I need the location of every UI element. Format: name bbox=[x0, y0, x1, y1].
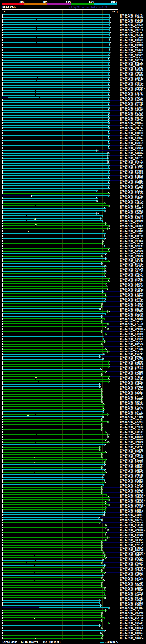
hit-bar[interactable] bbox=[2, 520, 101, 520]
hit-bar[interactable] bbox=[2, 351, 108, 352]
hit-label[interactable]: UniRef100_Q0PNH2 bbox=[120, 373, 144, 376]
hit-label[interactable]: UniRef100_Q6DD68 bbox=[120, 363, 144, 366]
hit-bar[interactable] bbox=[2, 178, 108, 179]
hit-bar[interactable] bbox=[2, 497, 108, 498]
hit-label[interactable]: UniRef100_A7YVD5 bbox=[120, 335, 144, 338]
hit-bar[interactable] bbox=[2, 622, 108, 624]
hit-label[interactable]: UniRef100_A5Y8F9 bbox=[120, 521, 144, 524]
hit-label[interactable]: UniRef100_UPI000.. bbox=[120, 86, 146, 89]
hit-bar[interactable] bbox=[2, 100, 108, 101]
hit-label[interactable]: UniRef100_Q8IS62 bbox=[120, 418, 144, 421]
hit-label[interactable]: UniRef100_Q41074 bbox=[120, 152, 144, 154]
hit-bar[interactable] bbox=[2, 374, 101, 375]
hit-label[interactable]: UniRef100_B9I1Y2 bbox=[120, 62, 144, 64]
hit-label[interactable]: UniRef100_A8KCI1 bbox=[120, 401, 144, 403]
hit-label[interactable]: UniRef100_A4ZX75 bbox=[120, 338, 144, 340]
hit-bar[interactable] bbox=[2, 298, 105, 299]
hit-bar[interactable] bbox=[2, 142, 108, 144]
hit-label[interactable]: UniRef100_B8YEL0 bbox=[120, 546, 144, 549]
hit-bar[interactable] bbox=[2, 371, 105, 372]
hit-label[interactable]: UniRef100_B8AYI2 bbox=[120, 187, 144, 190]
hit-bar[interactable] bbox=[2, 107, 108, 108]
hit-label[interactable]: UniRef100_Q9M4E8 bbox=[120, 41, 144, 44]
hit-label[interactable]: UniRef100_P27322 bbox=[120, 461, 144, 464]
hit-bar[interactable] bbox=[2, 286, 106, 287]
hit-bar[interactable] bbox=[2, 404, 103, 405]
hit-bar[interactable] bbox=[2, 422, 108, 422]
hit-label[interactable]: UniRef100_Q5G7K5 bbox=[120, 162, 144, 164]
hit-label[interactable]: UniRef100_C7TNV1 bbox=[120, 325, 144, 328]
hit-label[interactable]: UniRef100_C5YZA1 bbox=[120, 353, 144, 356]
hit-label[interactable]: UniRef100_B3GPH1 bbox=[120, 604, 144, 607]
hit-bar[interactable] bbox=[2, 454, 101, 455]
hit-bar[interactable] bbox=[2, 30, 109, 30]
hit-bar[interactable] bbox=[2, 243, 102, 244]
hit-bar[interactable] bbox=[2, 80, 108, 81]
hit-bar[interactable] bbox=[2, 271, 105, 272]
hit-label[interactable]: UniRef100_C4J410 bbox=[120, 258, 144, 260]
hit-label[interactable]: UniRef100_O65719 bbox=[120, 564, 144, 566]
hit-label[interactable]: UniRef100_Q39830 bbox=[120, 16, 144, 19]
hit-bar[interactable] bbox=[2, 625, 100, 626]
hit-label[interactable]: UniRef100_Q03686 bbox=[120, 69, 144, 72]
hit-label[interactable]: UniRef100_UPI000.. bbox=[120, 566, 146, 569]
hit-label[interactable]: UniRef100_P27541 bbox=[120, 346, 144, 348]
hit-label[interactable]: UniRef100_A6RA17 bbox=[120, 622, 144, 624]
hit-label[interactable]: UniRef100_UPI000.. bbox=[120, 494, 146, 496]
hit-label[interactable]: UniRef100_Q0MUU7 bbox=[120, 207, 144, 210]
hit-bar[interactable] bbox=[2, 530, 108, 530]
hit-bar[interactable] bbox=[2, 183, 108, 184]
hit-bar[interactable] bbox=[2, 565, 105, 566]
hit-bar[interactable] bbox=[2, 120, 108, 121]
hit-bar[interactable] bbox=[2, 283, 105, 284]
hit-label[interactable]: UniRef100_UPI000.. bbox=[120, 441, 146, 444]
hit-label[interactable]: UniRef100_Q03685 bbox=[120, 54, 144, 56]
hit-bar[interactable] bbox=[2, 112, 108, 113]
hit-bar[interactable] bbox=[2, 429, 101, 430]
hit-label[interactable]: UniRef100_Q3TWF2 bbox=[120, 509, 144, 511]
hit-label[interactable]: UniRef100_Q9DC41 bbox=[120, 556, 144, 559]
hit-bar[interactable] bbox=[2, 479, 104, 480]
hit-bar[interactable] bbox=[2, 426, 101, 428]
hit-bar[interactable] bbox=[2, 173, 108, 174]
hit-label[interactable]: UniRef100_Q3SE31 bbox=[120, 197, 144, 200]
hit-label[interactable]: UniRef100_Q9FSY7 bbox=[120, 31, 144, 34]
hit-bar[interactable] bbox=[2, 32, 109, 33]
hit-label[interactable]: UniRef100_Q3U9G2 bbox=[120, 506, 144, 509]
hit-label[interactable]: UniRef100_B2ZR74 bbox=[120, 587, 144, 589]
hit-bar[interactable] bbox=[2, 324, 108, 324]
hit-label[interactable]: UniRef100_Q9NJB7 bbox=[120, 486, 144, 489]
hit-label[interactable]: UniRef100_Q0Q5B2 bbox=[120, 340, 144, 343]
hit-bar[interactable] bbox=[2, 130, 108, 131]
hit-bar[interactable] bbox=[2, 125, 108, 126]
hit-bar[interactable] bbox=[2, 168, 108, 168]
hit-label[interactable]: UniRef100_A0PA14 bbox=[120, 597, 144, 599]
hit-label[interactable]: UniRef100_C6TJI8 bbox=[120, 19, 144, 21]
hit-bar[interactable] bbox=[2, 334, 105, 334]
hit-bar[interactable] bbox=[2, 507, 105, 508]
hit-label[interactable]: UniRef100_Q3S348 bbox=[120, 315, 144, 318]
hit-label[interactable]: UniRef100_Q39043 bbox=[120, 52, 144, 54]
hit-bar[interactable] bbox=[2, 293, 105, 294]
hit-label[interactable]: UniRef100_Q7PQK5 bbox=[120, 227, 144, 230]
hit-bar[interactable] bbox=[2, 57, 108, 58]
hit-label[interactable]: UniRef100_Q6Z058 bbox=[120, 172, 144, 174]
hit-label[interactable]: UniRef100_Q1HGN3 bbox=[120, 576, 144, 579]
hit-bar[interactable] bbox=[2, 321, 101, 322]
hit-bar[interactable] bbox=[2, 132, 108, 134]
hit-label[interactable]: UniRef100_A9PH13 bbox=[120, 607, 144, 609]
hit-label[interactable]: UniRef100_Q9AVT8 bbox=[120, 102, 144, 104]
hit-label[interactable]: UniRef100_UPI000.. bbox=[120, 529, 146, 531]
hit-bar[interactable] bbox=[2, 163, 108, 164]
hit-bar[interactable] bbox=[2, 24, 109, 25]
hit-label[interactable]: UniRef100_Q8S4R0 bbox=[120, 366, 144, 368]
hit-bar[interactable] bbox=[2, 381, 108, 382]
hit-label[interactable]: UniRef100_B8BWB9 bbox=[120, 225, 144, 227]
hit-label[interactable]: UniRef100_A4S9E0 bbox=[120, 484, 144, 486]
hit-bar[interactable] bbox=[31, 195, 108, 196]
hit-bar[interactable] bbox=[2, 155, 108, 156]
hit-bar[interactable] bbox=[2, 230, 103, 232]
hit-label[interactable]: UniRef100_Q6UZ76 bbox=[120, 313, 144, 315]
hit-bar[interactable] bbox=[2, 384, 100, 385]
hit-bar[interactable] bbox=[2, 220, 102, 221]
